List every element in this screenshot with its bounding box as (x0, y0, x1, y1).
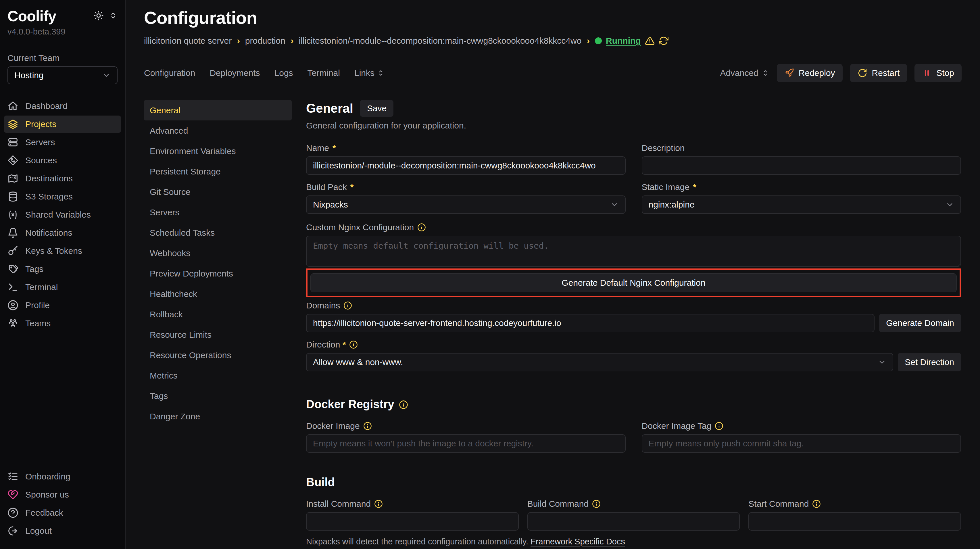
docker-registry-heading-text: Docker Registry (306, 398, 394, 411)
app-version: v4.0.0-beta.399 (4, 25, 121, 37)
theme-selector-icon[interactable] (109, 11, 118, 20)
subnav-scheduled-tasks[interactable]: Scheduled Tasks (144, 223, 292, 243)
nixpacks-helper-text: Nixpacks will detect the required config… (306, 537, 528, 546)
general-form: General Save General configuration for y… (306, 100, 962, 549)
app-logo: Coolify (8, 8, 56, 25)
generate-domain-button[interactable]: Generate Domain (879, 314, 961, 332)
direction-select[interactable]: Allow www & non-www. (306, 353, 893, 371)
info-icon[interactable] (374, 500, 383, 508)
chevron-down-icon (610, 201, 619, 209)
domains-label-text: Domains (306, 301, 340, 310)
domains-input[interactable] (306, 314, 875, 332)
subnav-advanced[interactable]: Advanced (144, 121, 292, 141)
subnav-resource-limits[interactable]: Resource Limits (144, 325, 292, 345)
sidebar-item-sources[interactable]: Sources (4, 152, 121, 169)
subnav-general[interactable]: General (144, 100, 292, 121)
team-select[interactable]: Hosting (8, 67, 118, 84)
sidebar-item-profile[interactable]: Profile (4, 297, 121, 314)
subnav-tags[interactable]: Tags (144, 386, 292, 406)
info-icon[interactable] (812, 500, 821, 508)
terminal-icon (8, 282, 18, 293)
docker-registry-heading: Docker Registry (306, 398, 961, 411)
sidebar-item-projects[interactable]: Projects (4, 116, 121, 133)
info-icon[interactable] (349, 341, 358, 349)
sidebar-item-sponsor[interactable]: Sponsor us (4, 486, 121, 503)
database-icon (8, 191, 18, 202)
sidebar-item-dashboard[interactable]: Dashboard (4, 97, 121, 115)
sidebar-item-label: Feedback (25, 508, 63, 518)
save-button[interactable]: Save (360, 100, 393, 117)
sidebar-item-feedback[interactable]: Feedback (4, 504, 121, 521)
refresh-icon[interactable] (659, 36, 668, 46)
tab-terminal[interactable]: Terminal (307, 68, 340, 78)
sidebar-item-label: Sources (25, 156, 57, 165)
git-source-icon (8, 155, 18, 166)
subnav-danger-zone[interactable]: Danger Zone (144, 406, 292, 426)
sidebar-item-s3-storages[interactable]: S3 Storages (4, 188, 121, 205)
subnav-webhooks[interactable]: Webhooks (144, 243, 292, 263)
sidebar-item-teams[interactable]: Teams (4, 315, 121, 332)
warning-triangle-icon[interactable] (645, 36, 655, 46)
docker-image-input[interactable] (306, 434, 626, 453)
info-icon[interactable] (363, 422, 372, 430)
variables-icon (8, 209, 18, 220)
docker-image-tag-input[interactable] (642, 434, 961, 453)
subnav-environment-variables[interactable]: Environment Variables (144, 141, 292, 161)
tab-links[interactable]: Links (354, 68, 385, 78)
subnav-git-source[interactable]: Git Source (144, 181, 292, 202)
static-image-select[interactable]: nginx:alpine (642, 196, 961, 214)
framework-docs-link[interactable]: Framework Specific Docs (531, 537, 625, 546)
advanced-label: Advanced (720, 68, 758, 78)
nginx-config-textarea[interactable] (306, 236, 961, 267)
info-icon[interactable] (592, 500, 601, 508)
subnav-preview-deployments[interactable]: Preview Deployments (144, 263, 292, 284)
user-circle-icon (8, 300, 18, 311)
subnav-persistent-storage[interactable]: Persistent Storage (144, 161, 292, 181)
sidebar-item-terminal[interactable]: Terminal (4, 278, 121, 296)
sidebar-item-label: S3 Storages (25, 192, 73, 202)
subnav-metrics[interactable]: Metrics (144, 365, 292, 386)
breadcrumb-environment[interactable]: production (245, 36, 285, 46)
subnav-servers[interactable]: Servers (144, 202, 292, 223)
start-command-label: Start Command (748, 499, 961, 509)
general-heading: General (306, 101, 353, 116)
breadcrumb-project[interactable]: illicitonion quote server (144, 36, 232, 46)
set-direction-button[interactable]: Set Direction (898, 353, 961, 371)
redeploy-button[interactable]: Redeploy (777, 64, 843, 82)
sidebar-item-logout[interactable]: Logout (4, 522, 121, 539)
sidebar-item-notifications[interactable]: Notifications (4, 224, 121, 242)
stop-button[interactable]: Stop (915, 64, 962, 82)
install-command-input[interactable] (306, 512, 519, 531)
sidebar-item-onboarding[interactable]: Onboarding (4, 468, 121, 485)
tab-configuration[interactable]: Configuration (144, 68, 195, 78)
advanced-toggle[interactable]: Advanced (720, 68, 769, 78)
sidebar-item-destinations[interactable]: Destinations (4, 170, 121, 187)
info-icon[interactable] (417, 223, 426, 232)
build-command-input[interactable] (527, 512, 740, 531)
subnav-healthcheck[interactable]: Healthcheck (144, 284, 292, 304)
tab-logs[interactable]: Logs (274, 68, 293, 78)
info-icon[interactable] (715, 422, 723, 430)
sidebar-item-servers[interactable]: Servers (4, 134, 121, 151)
subnav-rollback[interactable]: Rollback (144, 304, 292, 325)
start-command-input[interactable] (748, 512, 961, 531)
info-icon[interactable] (344, 301, 352, 310)
sidebar-item-label: Projects (25, 119, 56, 129)
generate-nginx-config-button[interactable]: Generate Default Nginx Configuration (310, 273, 957, 292)
subnav-resource-operations[interactable]: Resource Operations (144, 345, 292, 365)
description-input[interactable] (642, 156, 961, 175)
theme-toggle-sun-icon[interactable] (94, 10, 104, 21)
logout-icon (8, 525, 18, 536)
restart-button[interactable]: Restart (850, 64, 907, 82)
tab-deployments[interactable]: Deployments (210, 68, 260, 78)
build-pack-select[interactable]: Nixpacks (306, 196, 626, 214)
description-label: Description (642, 143, 961, 153)
sidebar-item-shared-variables[interactable]: Shared Variables (4, 206, 121, 223)
sidebar-item-keys-tokens[interactable]: Keys & Tokens (4, 242, 121, 259)
breadcrumb-resource[interactable]: illicitestonion/-module--decomposition:m… (299, 36, 582, 46)
sidebar-item-tags[interactable]: Tags (4, 260, 121, 278)
users-icon (8, 318, 18, 329)
name-input[interactable] (306, 156, 626, 175)
status-running-link[interactable]: Running (606, 36, 641, 46)
info-icon[interactable] (399, 400, 407, 409)
